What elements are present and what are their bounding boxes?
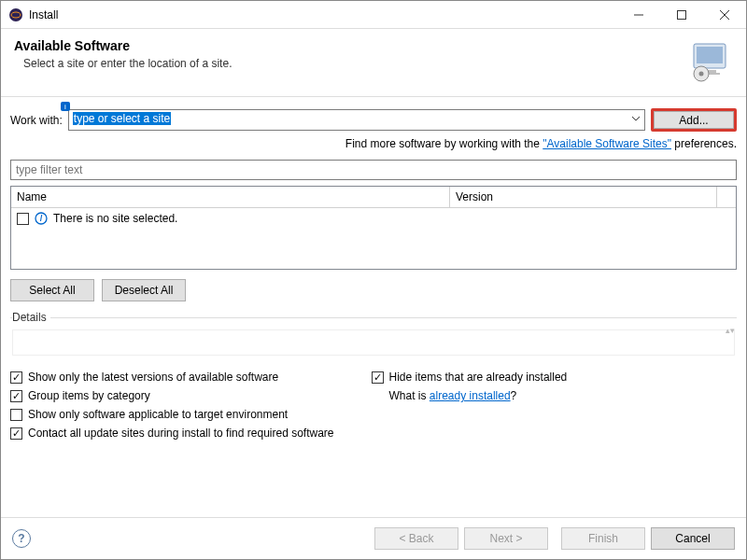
svg-point-11 <box>699 72 704 77</box>
info-icon: i <box>35 212 48 225</box>
window-title: Install <box>29 8 617 21</box>
work-with-label: Work with: <box>10 114 63 127</box>
install-dialog: Install Available Software Select a site… <box>0 0 747 560</box>
col-name[interactable]: Name <box>11 187 450 207</box>
wizard-body: Work with: i type or select a site Add..… <box>1 97 746 517</box>
options-area: Show only the latest versions of availab… <box>10 371 737 440</box>
sites-hint: Find more software by working with the "… <box>10 137 737 150</box>
table-header: Name Version <box>11 187 736 208</box>
empty-message: There is no site selected. <box>53 212 177 225</box>
install-banner-icon <box>688 38 733 83</box>
selection-buttons: Select All Deselect All <box>10 279 737 301</box>
table-body: i There is no site selected. <box>11 208 736 269</box>
row-checkbox[interactable] <box>17 213 29 225</box>
cancel-button[interactable]: Cancel <box>651 527 735 550</box>
add-button[interactable]: Add... <box>651 108 737 132</box>
software-table: Name Version i There is no site selected… <box>10 186 737 270</box>
scroll-hint-icon: ▴▾ <box>726 326 735 335</box>
group-checkbox[interactable] <box>10 390 22 402</box>
svg-rect-7 <box>697 47 723 63</box>
already-installed-link[interactable]: already installed <box>430 389 511 402</box>
latest-checkbox[interactable] <box>10 371 22 384</box>
applicable-label: Show only software applicable to target … <box>28 408 288 421</box>
minimize-button[interactable] <box>617 1 660 29</box>
applicable-checkbox[interactable] <box>10 409 22 421</box>
svg-rect-3 <box>678 10 686 19</box>
contact-checkbox[interactable] <box>10 427 22 440</box>
next-button[interactable]: Next > <box>464 527 548 550</box>
filter-input[interactable] <box>10 160 737 180</box>
back-button[interactable]: < Back <box>374 527 458 550</box>
help-button[interactable]: ? <box>12 529 31 548</box>
select-all-button[interactable]: Select All <box>10 279 94 301</box>
finish-button[interactable]: Finish <box>561 527 645 550</box>
contact-label: Contact all update sites during install … <box>28 427 334 440</box>
latest-label: Show only the latest versions of availab… <box>28 371 278 384</box>
available-sites-link[interactable]: "Available Software Sites" <box>543 137 671 150</box>
page-title: Available Software <box>14 38 688 53</box>
col-version[interactable]: Version <box>450 187 717 207</box>
group-label: Group items by category <box>28 389 150 402</box>
maximize-button[interactable] <box>660 1 703 29</box>
col-spacer <box>717 187 736 207</box>
work-with-combo[interactable]: i type or select a site <box>68 109 645 131</box>
deselect-all-button[interactable]: Deselect All <box>102 279 186 301</box>
details-legend: Details <box>12 311 50 324</box>
info-decorator-icon: i <box>61 102 70 111</box>
svg-text:i: i <box>40 212 43 224</box>
details-group: Details ▴▾ <box>10 311 737 357</box>
wizard-header: Available Software Select a site or ente… <box>1 29 746 97</box>
already-installed-row: What is already installed? <box>372 389 568 402</box>
close-button[interactable] <box>703 1 746 29</box>
titlebar: Install <box>1 1 746 29</box>
work-with-row: Work with: i type or select a site Add..… <box>10 108 737 132</box>
details-text: ▴▾ <box>12 329 735 356</box>
page-subtitle: Select a site or enter the location of a… <box>23 57 688 70</box>
hide-installed-checkbox[interactable] <box>372 371 384 384</box>
eclipse-icon <box>8 7 23 22</box>
wizard-footer: ? < Back Next > Finish Cancel <box>1 517 746 559</box>
hide-installed-label: Hide items that are already installed <box>389 371 568 384</box>
table-row: i There is no site selected. <box>17 212 730 225</box>
